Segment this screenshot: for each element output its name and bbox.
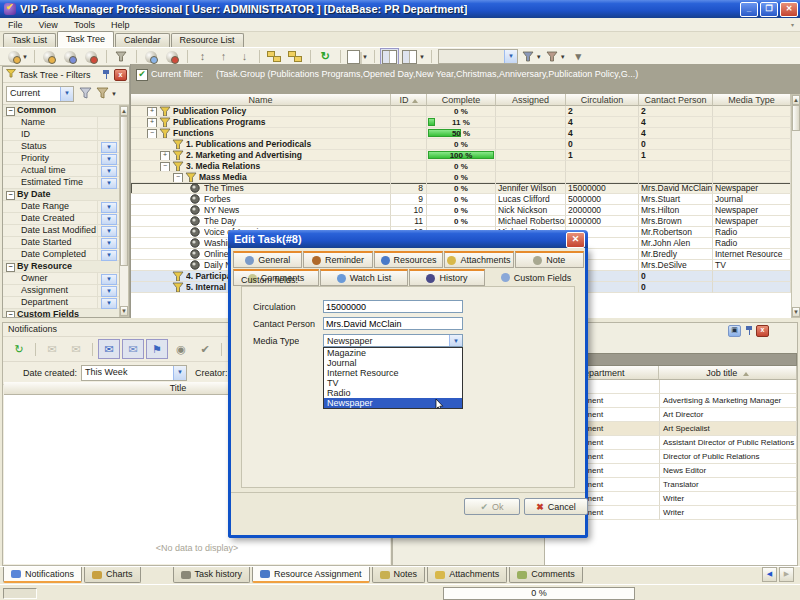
dialog-tab-custom-fields[interactable]: Custom Fields [486, 269, 586, 286]
task-row[interactable]: The Times80 %Jennifer Wilson15000000Mrs.… [131, 183, 791, 194]
scroll-thumb[interactable] [792, 105, 800, 131]
clear-filter-button[interactable]: ▼ [545, 48, 567, 65]
circulation-input[interactable] [323, 300, 463, 313]
tab-task-history[interactable]: Task history [173, 567, 251, 583]
dialog-tab-reminder[interactable]: Reminder [303, 251, 372, 268]
dialog-tab-watch-list[interactable]: Watch List [320, 269, 408, 286]
filter-field-assignment[interactable]: Assignment▼ [3, 285, 129, 297]
edit-task-button[interactable] [40, 48, 59, 65]
chevron-down-icon[interactable]: ▼ [536, 54, 542, 60]
dialog-tab-resources[interactable]: Resources [374, 251, 443, 268]
view-tab-task-list[interactable]: Task List [3, 33, 56, 47]
chevron-down-icon[interactable]: ▼ [101, 214, 117, 225]
filter-field-date-range[interactable]: Date Range▼ [3, 201, 129, 213]
task-row[interactable]: +2. Marketing and Advertising100 %11 [131, 150, 791, 161]
dropdown-option[interactable]: Internet Resource [324, 368, 462, 378]
task-row[interactable]: −3. Media Relations0 % [131, 161, 791, 172]
filter-field-priority[interactable]: Priority▼ [3, 153, 129, 165]
show-flagged-button[interactable]: ⚑ [146, 339, 168, 359]
close-button[interactable]: ✕ [780, 2, 798, 17]
filter-field-date-last-modified[interactable]: Date Last Modified▼ [3, 225, 129, 237]
chevron-down-icon[interactable]: ▼ [101, 274, 117, 285]
collapse-icon[interactable]: − [6, 263, 15, 272]
task-row[interactable]: +Publication Policy0 %22 [131, 106, 791, 117]
task-row[interactable]: Forbes90 %Lucas Clifford5000000Mrs.Stuar… [131, 194, 791, 205]
filter-preset-combo[interactable]: Current ▼ [6, 86, 74, 102]
chevron-down-icon[interactable]: ▼ [449, 335, 462, 346]
layout-split-button[interactable] [380, 48, 399, 65]
pin-icon[interactable] [102, 70, 111, 79]
show-read-button[interactable]: ✉ [122, 339, 144, 359]
pin-icon[interactable] [745, 326, 754, 335]
collapse-icon[interactable]: − [6, 311, 15, 317]
filter-group-common[interactable]: −Common [3, 105, 129, 117]
filter-button[interactable] [112, 48, 131, 65]
expand-icon[interactable]: + [147, 118, 157, 128]
filter-field-date-completed[interactable]: Date Completed▼ [3, 249, 129, 261]
close-panel-icon[interactable]: x [114, 69, 127, 81]
menu-tools[interactable]: Tools [66, 20, 103, 30]
dropdown-option[interactable]: Magazine [324, 348, 462, 358]
menu-help[interactable]: Help [103, 20, 138, 30]
tab-scroll-left-icon[interactable]: ◀ [762, 567, 777, 582]
column-header-id[interactable]: ID [391, 94, 427, 106]
filter-field-status[interactable]: Status▼ [3, 141, 129, 153]
collapse-icon[interactable]: − [147, 129, 157, 139]
chevron-down-icon[interactable]: ▼ [101, 238, 117, 249]
chevron-down-icon[interactable]: ▼ [101, 286, 117, 297]
tab-comments[interactable]: Comments [509, 567, 583, 583]
chevron-down-icon[interactable]: ▼ [419, 54, 425, 60]
scroll-down-icon[interactable]: ▼ [120, 306, 128, 316]
chevron-down-icon[interactable]: ▼ [173, 366, 186, 380]
dropdown-option[interactable]: TV [324, 378, 462, 388]
collapse-all-button[interactable] [286, 48, 305, 65]
chevron-down-icon[interactable]: ▼ [101, 142, 117, 153]
filter-field-date-created[interactable]: Date Created▼ [3, 213, 129, 225]
collapse-icon[interactable]: − [173, 173, 183, 183]
chevron-down-icon[interactable]: ▼ [560, 54, 566, 60]
expand-icon[interactable]: + [160, 151, 170, 161]
tab-resource-assignment[interactable]: Resource Assignment [252, 567, 370, 583]
copy-button[interactable]: ▼ [346, 48, 369, 65]
chevron-down-icon[interactable]: ▼ [504, 50, 517, 63]
menu-view[interactable]: View [31, 20, 66, 30]
scroll-up-icon[interactable]: ▲ [120, 106, 128, 116]
task-row[interactable]: NY News100 %Nick Nickson2000000Mrs.Hilto… [131, 205, 791, 216]
dialog-tab-general[interactable]: General [233, 251, 302, 268]
close-panel-icon[interactable]: x [756, 325, 769, 337]
layout-columns-button[interactable]: ▼ [401, 48, 426, 65]
chevron-down-icon[interactable]: ▼ [22, 54, 28, 60]
collapse-icon[interactable]: − [160, 162, 170, 172]
tab-scroll-right-icon[interactable]: ▶ [779, 567, 794, 582]
filter-field-estimated-time[interactable]: Estimated Time▼ [3, 177, 129, 189]
dropdown-option[interactable]: Journal [324, 358, 462, 368]
filter-field-id[interactable]: ID [3, 129, 129, 141]
filter-group-by-date[interactable]: −By Date [3, 189, 129, 201]
tab-notes[interactable]: Notes [372, 567, 426, 583]
duplicate-task-button[interactable] [61, 48, 80, 65]
mark-read-button[interactable]: ✉ [41, 339, 63, 359]
column-header-circulation[interactable]: Circulation [566, 94, 639, 106]
chevron-down-icon[interactable]: ▼ [101, 202, 117, 213]
dialog-tab-attachments[interactable]: Attachments [444, 251, 513, 268]
show-unread-button[interactable]: ✉ [98, 339, 120, 359]
filter-field-owner[interactable]: Owner▼ [3, 273, 129, 285]
task-row[interactable]: 1. Publications and Periodicals0 %00 [131, 139, 791, 150]
dropdown-option[interactable]: Newspaper [324, 398, 462, 408]
reminder-button[interactable] [163, 48, 182, 65]
chevron-down-icon[interactable]: ▼ [101, 298, 117, 309]
filter-field-department[interactable]: Department▼ [3, 297, 129, 309]
task-row[interactable]: −Functions50 %44 [131, 128, 791, 139]
chevron-down-icon[interactable]: ▼ [60, 87, 73, 101]
cantact-person-input[interactable] [323, 317, 463, 330]
apply-filter-icon[interactable] [79, 87, 92, 101]
new-task-button[interactable]: ▼ [7, 48, 29, 65]
column-header-cantact-person[interactable]: Cantact Person [639, 94, 713, 106]
chevron-down-icon[interactable]: ▼ [101, 166, 117, 177]
toolbar-overflow-button[interactable]: ▾ [569, 48, 588, 65]
task-row[interactable]: The Day110 %Michael Robertson1000000Mrs.… [131, 216, 791, 227]
view-tab-resource-list[interactable]: Resource List [171, 33, 244, 47]
move-vertical-button[interactable]: ↕ [193, 48, 212, 65]
column-header-complete[interactable]: Complete [427, 94, 496, 106]
task-row[interactable]: +Publications Programs11 %44 [131, 117, 791, 128]
